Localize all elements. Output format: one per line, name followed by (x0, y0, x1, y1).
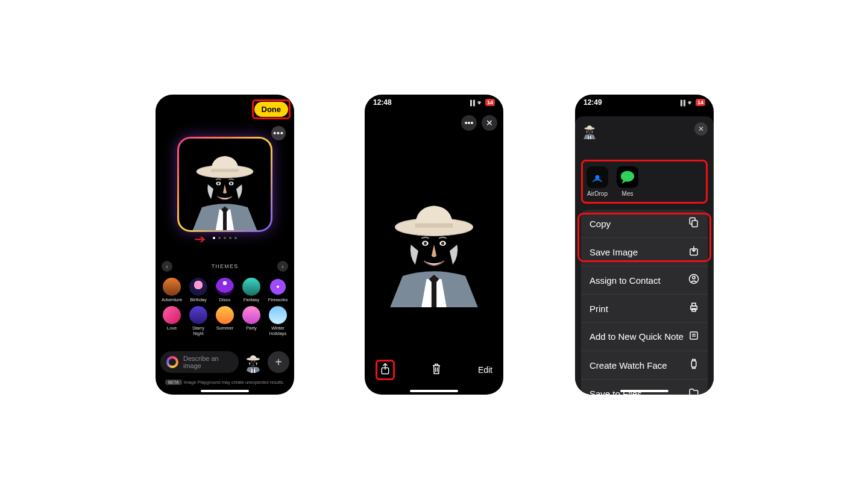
svg-rect-16 (692, 221, 697, 227)
close-button[interactable]: ✕ (482, 115, 497, 131)
theme-love[interactable]: Love (160, 306, 183, 336)
done-button[interactable]: Done (254, 102, 289, 117)
status-time: 12:49 (583, 98, 602, 107)
wifi-icon: ᯤ (477, 99, 483, 106)
themes-header: THEMES (156, 263, 294, 269)
prompt-input[interactable]: Describe an image (160, 351, 239, 373)
more-button[interactable]: ••• (461, 115, 477, 131)
contact-icon (688, 274, 699, 287)
generated-image-preview[interactable] (177, 137, 272, 232)
highlight-share-targets: AirDrop Mes (581, 160, 708, 204)
copy-icon (688, 217, 699, 230)
save-icon (688, 245, 699, 258)
share-sheet: ✕ AirDrop Mes Copy (575, 116, 714, 395)
svg-point-15 (621, 171, 634, 182)
theme-fantasy[interactable]: Fantasy (240, 278, 263, 302)
svg-point-14 (596, 175, 599, 178)
highlight-share (376, 360, 395, 380)
playground-icon (166, 356, 178, 368)
add-concept-button[interactable]: + (268, 351, 289, 373)
phone-2-image-viewer: 12:48 ‖‖ ᯤ 14 ••• ✕ Edit (365, 95, 503, 395)
status-bar: 12:49 ‖‖ ᯤ 14 (575, 95, 714, 110)
status-bar: 12:48 ‖‖ ᯤ 14 (365, 95, 503, 110)
print-icon (688, 302, 699, 315)
prompt-placeholder: Describe an image (183, 355, 233, 369)
svg-rect-24 (691, 361, 696, 368)
disclaimer-text: BETAImage Playground may create unexpect… (156, 380, 294, 385)
battery-indicator: 14 (485, 99, 495, 106)
action-assign-to-contact[interactable]: Assign to Contact (581, 266, 708, 295)
home-indicator (620, 390, 668, 392)
page-dots (213, 237, 237, 239)
action-create-watch-face[interactable]: Create Watch Face (581, 351, 708, 380)
highlight-done: Done (252, 99, 291, 119)
share-button[interactable] (380, 366, 391, 377)
theme-adventure[interactable]: Adventure (160, 278, 183, 302)
phone-1-image-playground: Done ••• ➔ ‹ THEMES › Adventure Birthday… (156, 95, 294, 395)
signal-icon: ‖‖ (680, 99, 686, 106)
share-target-messages[interactable]: Mes (617, 166, 638, 197)
themes-section: ‹ THEMES › Adventure Birthday Disco Fant… (156, 263, 294, 336)
share-thumbnail (581, 122, 598, 139)
airdrop-icon (587, 166, 608, 188)
edit-button[interactable]: Edit (478, 365, 492, 375)
watch-icon (688, 358, 699, 372)
action-save-to-files[interactable]: Save to Files (581, 380, 708, 395)
more-button[interactable]: ••• (271, 126, 286, 140)
theme-fireworks[interactable]: Fireworks (266, 278, 289, 302)
theme-starry-night[interactable]: Starry Night (187, 306, 210, 336)
files-icon (688, 387, 699, 395)
status-time: 12:48 (373, 98, 392, 107)
action-save-image[interactable]: Save Image (581, 238, 708, 266)
svg-point-19 (693, 277, 696, 280)
delete-button[interactable] (431, 363, 442, 377)
themes-next-button[interactable]: › (277, 261, 288, 272)
close-button[interactable]: ✕ (694, 122, 708, 136)
svg-rect-21 (692, 303, 696, 306)
battery-indicator: 14 (696, 99, 705, 106)
home-indicator (410, 390, 458, 392)
wifi-icon: ᯤ (688, 99, 694, 106)
share-actions-list: Copy Save Image Assign to Contact Print … (581, 210, 708, 395)
beta-badge: BETA (165, 380, 182, 385)
note-icon (688, 330, 699, 343)
source-photo-chip[interactable] (242, 351, 264, 373)
image-full-view[interactable] (371, 179, 497, 310)
annotation-arrow: ➔ (194, 233, 206, 246)
theme-birthday[interactable]: Birthday (187, 278, 210, 302)
themes-prev-button[interactable]: ‹ (162, 261, 172, 272)
theme-party[interactable]: Party (240, 306, 263, 336)
phone-3-share-sheet: 12:49 ‖‖ ᯤ 14 ✕ AirDrop (575, 95, 714, 395)
action-print[interactable]: Print (581, 295, 708, 323)
theme-summer[interactable]: Summer (213, 306, 236, 336)
theme-disco[interactable]: Disco (213, 278, 236, 302)
messages-icon (617, 166, 638, 188)
signal-icon: ‖‖ (470, 99, 476, 106)
home-indicator (201, 390, 249, 392)
action-add-to-quick-note[interactable]: Add to New Quick Note (581, 323, 708, 351)
theme-winter-holidays[interactable]: Winter Holidays (266, 306, 289, 336)
share-target-airdrop[interactable]: AirDrop (587, 166, 608, 197)
action-copy[interactable]: Copy (581, 210, 708, 238)
